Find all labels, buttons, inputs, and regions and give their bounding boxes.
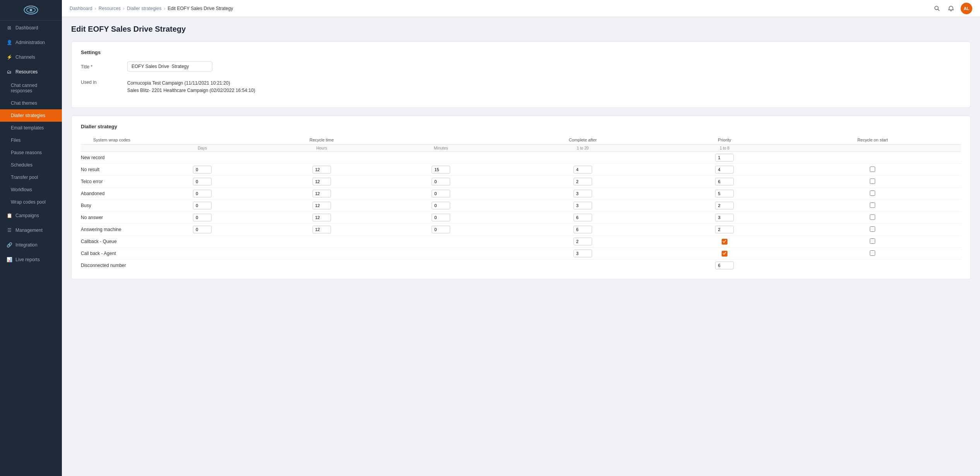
- row-complete-after[interactable]: [500, 164, 665, 176]
- user-avatar[interactable]: AL: [961, 3, 972, 14]
- sidebar-item-management[interactable]: ☰ Management: [0, 223, 62, 238]
- row-recycle-on-start[interactable]: [784, 188, 961, 200]
- sidebar-item-channels[interactable]: ⚡ Channels: [0, 50, 62, 65]
- row-hours[interactable]: [262, 188, 381, 200]
- row-priority[interactable]: [665, 260, 784, 272]
- row-minutes[interactable]: [381, 200, 500, 212]
- row-priority[interactable]: [665, 248, 784, 260]
- row-priority[interactable]: [665, 200, 784, 212]
- hours-input[interactable]: [312, 226, 331, 233]
- row-priority[interactable]: [665, 236, 784, 248]
- priority-input[interactable]: [715, 190, 734, 197]
- priority-input[interactable]: [715, 214, 734, 221]
- row-hours[interactable]: [262, 200, 381, 212]
- row-minutes[interactable]: [381, 188, 500, 200]
- row-recycle-on-start[interactable]: [784, 200, 961, 212]
- breadcrumb-dialler[interactable]: Dialler strategies: [127, 6, 161, 11]
- row-minutes[interactable]: [381, 224, 500, 236]
- sidebar-item-dialler-strategies[interactable]: Dialler strategies: [0, 109, 62, 122]
- recycle-checkbox[interactable]: [870, 226, 875, 232]
- row-minutes[interactable]: [381, 164, 500, 176]
- days-input[interactable]: [193, 178, 212, 185]
- sidebar-item-live-reports[interactable]: 📊 Live reports: [0, 252, 62, 267]
- sidebar-item-dashboard[interactable]: ⊞ Dashboard: [0, 20, 62, 35]
- sidebar-item-chat-themes[interactable]: Chat themes: [0, 97, 62, 109]
- row-recycle-on-start[interactable]: [784, 236, 961, 248]
- row-complete-after[interactable]: [500, 236, 665, 248]
- priority-input[interactable]: [715, 154, 734, 162]
- complete-after-input[interactable]: [574, 250, 592, 257]
- row-minutes[interactable]: [381, 212, 500, 224]
- row-days[interactable]: [143, 176, 262, 188]
- complete-after-input[interactable]: [574, 202, 592, 209]
- row-priority[interactable]: [665, 212, 784, 224]
- hours-input[interactable]: [312, 202, 331, 209]
- complete-after-input[interactable]: [574, 190, 592, 197]
- days-input[interactable]: [193, 214, 212, 221]
- row-days[interactable]: [143, 188, 262, 200]
- row-complete-after[interactable]: [500, 176, 665, 188]
- sidebar-item-email-templates[interactable]: Email templates: [0, 122, 62, 134]
- row-complete-after[interactable]: [500, 212, 665, 224]
- priority-checked-box[interactable]: [722, 251, 727, 257]
- row-complete-after[interactable]: [500, 188, 665, 200]
- row-hours[interactable]: [262, 164, 381, 176]
- search-button[interactable]: [933, 4, 941, 13]
- days-input[interactable]: [193, 166, 212, 173]
- row-recycle-on-start[interactable]: [784, 164, 961, 176]
- minutes-input[interactable]: [432, 202, 450, 209]
- complete-after-input[interactable]: [574, 226, 592, 233]
- days-input[interactable]: [193, 190, 212, 197]
- sidebar-item-workflows[interactable]: Workflows: [0, 184, 62, 196]
- row-priority[interactable]: [665, 152, 784, 164]
- row-days[interactable]: [143, 164, 262, 176]
- recycle-checkbox[interactable]: [870, 167, 875, 172]
- row-recycle-on-start[interactable]: [784, 248, 961, 260]
- row-complete-after[interactable]: [500, 224, 665, 236]
- complete-after-input[interactable]: [574, 238, 592, 245]
- row-priority[interactable]: [665, 164, 784, 176]
- row-minutes[interactable]: [381, 176, 500, 188]
- hours-input[interactable]: [312, 190, 331, 197]
- recycle-checkbox[interactable]: [870, 178, 875, 184]
- complete-after-input[interactable]: [574, 166, 592, 173]
- sidebar-item-schedules[interactable]: Schedules: [0, 159, 62, 171]
- sidebar-item-administration[interactable]: 👤 Administration: [0, 35, 62, 50]
- minutes-input[interactable]: [432, 166, 450, 173]
- minutes-input[interactable]: [432, 214, 450, 221]
- hours-input[interactable]: [312, 166, 331, 173]
- row-days[interactable]: [143, 200, 262, 212]
- sidebar-item-files[interactable]: Files: [0, 134, 62, 146]
- title-input[interactable]: [127, 61, 212, 71]
- minutes-input[interactable]: [432, 178, 450, 185]
- row-hours[interactable]: [262, 224, 381, 236]
- row-days[interactable]: [143, 224, 262, 236]
- row-complete-after[interactable]: [500, 200, 665, 212]
- priority-checked-box[interactable]: [722, 239, 727, 245]
- priority-input[interactable]: [715, 202, 734, 209]
- complete-after-input[interactable]: [574, 214, 592, 221]
- row-recycle-on-start[interactable]: [784, 212, 961, 224]
- recycle-checkbox[interactable]: [870, 202, 875, 208]
- sidebar-item-transfer-pool[interactable]: Transfer pool: [0, 171, 62, 184]
- days-input[interactable]: [193, 202, 212, 209]
- hours-input[interactable]: [312, 214, 331, 221]
- sidebar-item-wrap-codes[interactable]: Wrap codes pool: [0, 196, 62, 208]
- sidebar-item-chat-canned[interactable]: Chat canned responses: [0, 79, 62, 97]
- minutes-input[interactable]: [432, 226, 450, 233]
- hours-input[interactable]: [312, 178, 331, 185]
- priority-input[interactable]: [715, 166, 734, 173]
- row-complete-after[interactable]: [500, 248, 665, 260]
- row-priority[interactable]: [665, 224, 784, 236]
- row-priority[interactable]: [665, 176, 784, 188]
- recycle-checkbox[interactable]: [870, 238, 875, 244]
- notifications-button[interactable]: [947, 4, 955, 13]
- recycle-checkbox[interactable]: [870, 250, 875, 256]
- row-hours[interactable]: [262, 212, 381, 224]
- row-recycle-on-start[interactable]: [784, 224, 961, 236]
- recycle-checkbox[interactable]: [870, 190, 875, 196]
- sidebar-item-resources[interactable]: 🗂 Resources: [0, 65, 62, 79]
- recycle-checkbox[interactable]: [870, 214, 875, 220]
- priority-input[interactable]: [715, 178, 734, 185]
- breadcrumb-dashboard[interactable]: Dashboard: [70, 6, 92, 11]
